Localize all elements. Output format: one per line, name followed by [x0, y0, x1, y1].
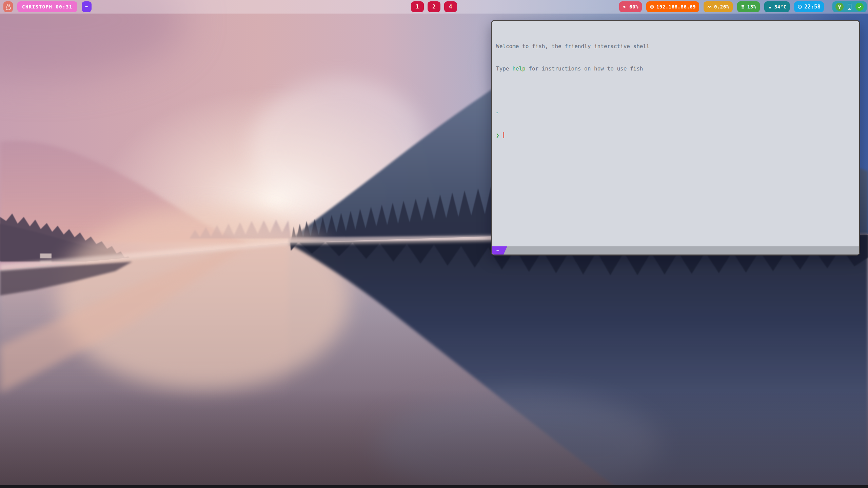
- workspaces: 1 2 4: [411, 1, 457, 12]
- blank-line: [496, 87, 855, 95]
- check-icon: [857, 4, 862, 9]
- distro-badge[interactable]: [3, 1, 13, 12]
- greeting-prefix: Type: [496, 65, 512, 72]
- workspace-2[interactable]: 2: [428, 1, 440, 12]
- bottom-edge: [0, 485, 868, 488]
- terminal-cursor: [503, 132, 504, 138]
- clock-module[interactable]: 22:58: [794, 1, 824, 12]
- bar-left-modules: CHRISTOPH 00:31 ~: [3, 1, 92, 12]
- memory-value: 13%: [747, 4, 756, 9]
- terminal-tab[interactable]: ~: [492, 246, 507, 255]
- top-bar: CHRISTOPH 00:31 ~ 1 2 4 60%: [0, 0, 868, 14]
- time-value: 22:58: [804, 4, 821, 10]
- volume-module[interactable]: 60%: [619, 1, 642, 12]
- network-module[interactable]: 192.168.86.69: [646, 1, 699, 12]
- workspace-4[interactable]: 4: [444, 1, 457, 12]
- tux-icon: [5, 3, 11, 11]
- gauge-icon: [707, 4, 712, 9]
- terminal-window[interactable]: Welcome to fish, the friendly interactiv…: [491, 20, 860, 256]
- greeting-suffix: for instructions on how to use fish: [526, 65, 643, 72]
- fish-greeting-line2: Type help for instructions on how to use…: [496, 65, 855, 73]
- prompt-line: ❯: [496, 131, 855, 139]
- speaker-icon: [623, 4, 627, 9]
- terminal-output: Welcome to fish, the friendly interactiv…: [492, 21, 859, 246]
- fish-greeting-line1: Welcome to fish, the friendly interactiv…: [496, 43, 855, 50]
- system-tray: [832, 1, 867, 12]
- workspace-1[interactable]: 1: [411, 1, 424, 12]
- cpu-load-value: 0.26%: [714, 4, 729, 9]
- ip-address: 192.168.86.69: [656, 4, 696, 9]
- updates-tray-item[interactable]: [855, 3, 864, 11]
- clock-icon: [797, 4, 802, 9]
- shell-badge[interactable]: ~: [82, 1, 92, 12]
- temperature-value: 34°C: [774, 4, 787, 9]
- help-keyword: help: [512, 65, 526, 72]
- layers-icon: [741, 4, 745, 9]
- terminal-status-bar: ~: [492, 246, 859, 255]
- volume-value: 60%: [629, 4, 638, 9]
- thermometer-icon: [768, 4, 772, 9]
- user-session-badge[interactable]: CHRISTOPH 00:31: [17, 1, 77, 12]
- prompt-cwd: ~: [496, 109, 855, 117]
- prompt-symbol: ❯: [496, 132, 499, 139]
- cpu-load-module[interactable]: 0.26%: [704, 1, 733, 12]
- memory-module[interactable]: 13%: [737, 1, 760, 12]
- globe-icon: [650, 4, 654, 9]
- password-manager-tray-item[interactable]: [835, 3, 844, 11]
- phone-icon[interactable]: [847, 3, 852, 11]
- bar-right-modules: 60% 192.168.86.69 0.26%: [619, 1, 867, 12]
- key-icon: [837, 4, 842, 9]
- desktop: CHRISTOPH 00:31 ~ 1 2 4 60%: [0, 0, 868, 488]
- temperature-module[interactable]: 34°C: [764, 1, 790, 12]
